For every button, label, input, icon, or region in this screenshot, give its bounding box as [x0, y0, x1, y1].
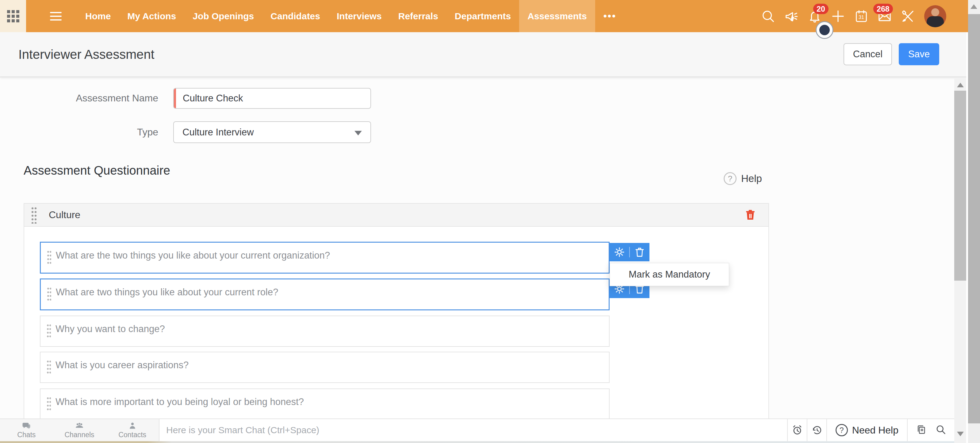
menu-hamburger-icon[interactable]: [50, 12, 62, 21]
help-question-icon: ?: [835, 424, 848, 436]
chat-tab-label: Chats: [17, 431, 35, 439]
tab-referrals[interactable]: Referrals: [390, 0, 447, 32]
bottom-edge-strip: [0, 441, 954, 443]
page-header: Interviewer Assessment Cancel Save: [0, 32, 968, 77]
scroll-up-arrow-icon[interactable]: [970, 4, 977, 9]
required-field-indicator: [174, 89, 176, 108]
reminders-alarm-icon[interactable]: [787, 419, 807, 441]
delete-section-trash-icon[interactable]: [745, 209, 756, 221]
tab-departments[interactable]: Departments: [447, 0, 519, 32]
questionnaire-heading: Assessment Questionnaire: [24, 164, 170, 177]
page-title: Interviewer Assessment: [18, 32, 154, 76]
question-text: What is more important to you being loya…: [56, 396, 304, 408]
type-select[interactable]: Culture Interview: [173, 121, 371, 143]
app-screen: Home My Actions Job Openings Candidates …: [0, 0, 980, 443]
chat-tabs: Chats Channels Contacts: [0, 419, 159, 441]
need-help-button[interactable]: ? Need Help: [826, 419, 908, 441]
calendar-icon[interactable]: 31: [854, 9, 869, 23]
tab-candidates[interactable]: Candidates: [262, 0, 328, 32]
tools-settings-icon[interactable]: [901, 9, 915, 23]
action-bar-divider: [629, 247, 630, 257]
section-drag-handle-icon[interactable]: [31, 206, 37, 224]
section-title: Culture: [49, 209, 80, 221]
smart-chat-input[interactable]: Here is your Smart Chat (Ctrl+Space): [159, 419, 787, 441]
question-delete-trash-icon[interactable]: [634, 247, 645, 258]
notifications-bell-icon[interactable]: 20: [808, 9, 822, 23]
question-drag-handle-icon[interactable]: [47, 397, 51, 411]
content-scrollbar[interactable]: [954, 77, 967, 443]
smart-chat-bar: Chats Channels Contacts Here is your Sma…: [0, 419, 954, 441]
question-text: What is you career aspirations?: [56, 359, 189, 371]
window-scrollbar[interactable]: [968, 0, 980, 443]
user-avatar[interactable]: [924, 5, 946, 27]
scroll-down-arrow-icon[interactable]: [957, 432, 964, 436]
chat-tab-chats[interactable]: Chats: [0, 419, 53, 441]
type-select-value: Culture Interview: [183, 127, 254, 138]
nav-icon-group: 20 31 268: [761, 0, 946, 32]
scrollbar-thumb[interactable]: [954, 91, 967, 281]
tab-more[interactable]: •••: [595, 0, 625, 32]
assessment-name-label: Assessment Name: [54, 92, 158, 104]
history-icon[interactable]: [807, 419, 826, 441]
tab-interviews[interactable]: Interviews: [328, 0, 390, 32]
question-drag-handle-icon[interactable]: [47, 250, 51, 264]
question-drag-handle-icon[interactable]: [47, 360, 51, 374]
search-icon[interactable]: [761, 9, 775, 23]
waffle-icon: [7, 10, 19, 22]
scrollbar-thumb[interactable]: [968, 14, 980, 423]
mail-badge: 268: [873, 4, 893, 14]
chat-tab-channels[interactable]: Channels: [53, 419, 106, 441]
tab-assessments[interactable]: Assessments: [519, 0, 595, 32]
notifications-badge: 20: [813, 4, 829, 14]
chat-search-icon[interactable]: [935, 424, 946, 436]
copy-documents-icon[interactable]: [916, 424, 927, 436]
chat-tab-contacts[interactable]: Contacts: [106, 419, 159, 441]
chat-bar-controls: ? Need Help: [787, 419, 954, 441]
question-row-2[interactable]: What are two things you like about your …: [40, 278, 609, 310]
help-link[interactable]: ? Help: [724, 172, 762, 185]
click-indicator: [816, 21, 834, 39]
click-indicator-dot: [819, 25, 830, 35]
question-row-3[interactable]: Why you want to change?: [40, 316, 609, 347]
need-help-label: Need Help: [852, 425, 899, 436]
question-action-bar-1: [609, 243, 649, 261]
mark-as-mandatory-menu-item[interactable]: Mark as Mandatory: [609, 263, 729, 286]
scroll-up-arrow-icon[interactable]: [957, 83, 964, 87]
question-text: Why you want to change?: [56, 323, 165, 335]
save-button[interactable]: Save: [899, 43, 939, 65]
culture-section-header: Culture: [24, 204, 768, 227]
question-drag-handle-icon[interactable]: [47, 324, 51, 338]
svg-text:31: 31: [859, 14, 864, 20]
assessment-name-field-wrap: [173, 88, 371, 109]
chat-tab-label: Channels: [64, 431, 94, 439]
nav-tabs: Home My Actions Job Openings Candidates …: [77, 0, 625, 32]
question-row-4[interactable]: What is you career aspirations?: [40, 352, 609, 383]
cancel-button[interactable]: Cancel: [843, 43, 892, 65]
chevron-down-icon: [355, 131, 362, 135]
question-settings-gear-icon[interactable]: [614, 247, 625, 258]
chat-misc-icons: [908, 419, 954, 441]
avatar-head: [931, 8, 939, 16]
chat-tab-label: Contacts: [118, 431, 146, 439]
type-label: Type: [54, 127, 158, 138]
avatar-body: [927, 16, 944, 27]
tab-job-openings[interactable]: Job Openings: [184, 0, 262, 32]
question-text: What are two things you like about your …: [56, 286, 278, 299]
question-text: What are the two things you like about y…: [56, 249, 330, 262]
assessment-name-input[interactable]: [176, 89, 369, 108]
announcement-megaphone-icon[interactable]: [784, 9, 799, 23]
mail-icon[interactable]: 268: [878, 9, 892, 23]
help-label: Help: [741, 173, 762, 184]
tab-my-actions[interactable]: My Actions: [119, 0, 184, 32]
help-question-icon: ?: [724, 172, 737, 185]
question-drag-handle-icon[interactable]: [47, 287, 51, 301]
question-row-5[interactable]: What is more important to you being loya…: [40, 389, 609, 420]
tab-home[interactable]: Home: [77, 0, 119, 32]
question-row-1[interactable]: What are the two things you like about y…: [40, 242, 609, 273]
app-switcher-button[interactable]: [0, 0, 26, 32]
add-plus-icon[interactable]: [831, 9, 845, 23]
